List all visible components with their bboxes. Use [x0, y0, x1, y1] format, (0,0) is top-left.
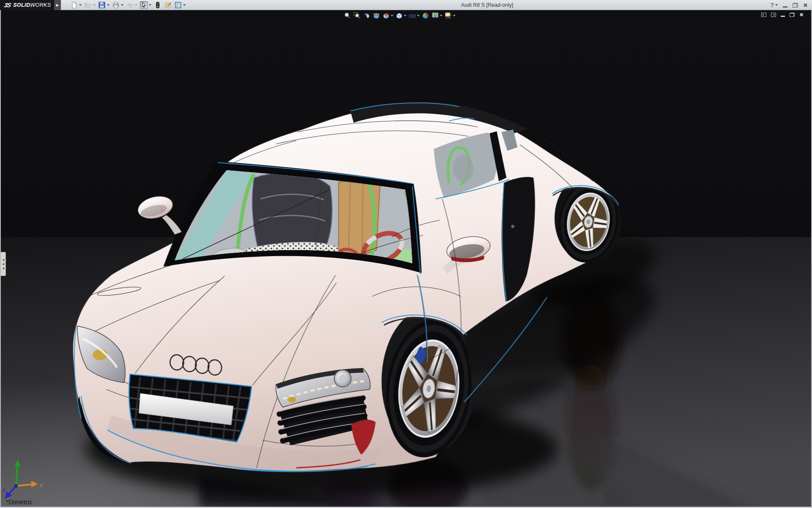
print-icon: [112, 1, 120, 9]
undo-dropdown[interactable]: [135, 4, 137, 6]
menu-expand-arrow[interactable]: ▶: [54, 0, 61, 10]
view-orientation-button[interactable]: [382, 12, 393, 19]
restore-button[interactable]: [793, 3, 798, 8]
display-style-button[interactable]: [395, 12, 406, 19]
select-cursor-icon: [140, 1, 148, 9]
view-orientation-icon: [382, 12, 390, 19]
window-title: Audi R8 S [Read-only]: [461, 2, 513, 8]
edit-appearance-icon: [422, 12, 429, 19]
interference-check-button[interactable]: [154, 1, 162, 9]
zoom-to-fit-button[interactable]: [343, 12, 351, 19]
solidworks-window: 3S SOLIDWORKS ▶: [0, 0, 812, 508]
new-document-button[interactable]: [70, 1, 82, 9]
z-axis-label: z: [2, 487, 5, 493]
feature-pane-toggle-icon[interactable]: [761, 13, 766, 17]
standard-toolbar: [70, 0, 188, 10]
collapse-arrow-icon: [3, 263, 4, 265]
view-orientation-label: *Dimetric: [6, 498, 33, 505]
y-axis-arrow: [14, 460, 21, 467]
document-close-button[interactable]: ✖: [799, 12, 804, 17]
close-button[interactable]: ✖: [803, 3, 808, 8]
document-minimize-button[interactable]: [781, 16, 785, 17]
model-viewport-scene[interactable]: [1, 10, 811, 507]
open-dropdown[interactable]: [93, 4, 96, 6]
previous-view-button[interactable]: [363, 12, 370, 19]
apply-scene-icon: [431, 12, 439, 19]
zoom-to-fit-icon: [343, 12, 351, 19]
hide-show-items-icon: [409, 12, 416, 19]
select-dropdown[interactable]: [149, 4, 151, 6]
options-button[interactable]: [174, 1, 186, 9]
titlebar: 3S SOLIDWORKS ▶: [0, 0, 812, 10]
x-axis-label: x: [39, 482, 43, 488]
save-button[interactable]: [98, 1, 110, 9]
open-document-button[interactable]: [84, 1, 96, 9]
undo-icon: [126, 1, 134, 9]
hide-show-items-button[interactable]: [409, 12, 420, 19]
graphics-viewport[interactable]: ✖ x z *Dimetric: [0, 10, 812, 507]
seat-through-window: [453, 155, 474, 182]
comment-button[interactable]: [164, 1, 172, 9]
hide-show-dropdown[interactable]: [417, 15, 420, 17]
display-pane-toggle-icon[interactable]: [771, 13, 776, 17]
edit-appearance-button[interactable]: [422, 12, 429, 19]
open-document-icon: [84, 1, 92, 9]
traffic-light-icon: [154, 1, 162, 9]
options-checklist-icon: [174, 1, 182, 9]
door-keyhole: [511, 225, 514, 228]
undo-button[interactable]: [126, 1, 137, 9]
help-button[interactable]: ?: [771, 2, 778, 8]
zoom-to-area-button[interactable]: [353, 12, 361, 19]
collapse-arrow-icon: [3, 267, 4, 270]
select-button[interactable]: [140, 1, 151, 9]
print-button[interactable]: [112, 1, 123, 9]
logo-3s-icon: 3S: [3, 2, 11, 8]
previous-view-icon: [363, 12, 370, 19]
options-dropdown[interactable]: [183, 4, 186, 6]
logo-light: WORKS: [30, 2, 51, 8]
window-controls: ? ✖: [771, 0, 808, 10]
help-dropdown[interactable]: [775, 4, 778, 6]
view-settings-button[interactable]: [444, 12, 455, 19]
feature-manager-collapsed-tab[interactable]: [1, 252, 6, 276]
view-settings-icon: [444, 12, 452, 19]
document-window-controls: ✖: [761, 12, 804, 17]
headsup-view-toolbar: [343, 11, 458, 20]
view-settings-dropdown[interactable]: [453, 15, 455, 17]
collapse-arrow-icon: [3, 259, 4, 261]
orientation-triad: x z: [2, 456, 46, 504]
section-view-icon: [373, 12, 380, 19]
logo-bold: SOLID: [13, 2, 30, 8]
logo-wordmark: SOLIDWORKS: [13, 2, 51, 8]
view-orientation-dropdown[interactable]: [391, 15, 393, 17]
section-view-button[interactable]: [373, 12, 380, 19]
new-document-icon: [70, 1, 78, 9]
display-style-icon: [395, 12, 403, 19]
save-icon: [98, 1, 106, 9]
display-style-dropdown[interactable]: [404, 15, 406, 17]
document-restore-button[interactable]: [790, 13, 795, 17]
print-dropdown[interactable]: [121, 4, 123, 6]
minimize-button[interactable]: [783, 6, 787, 8]
new-dropdown[interactable]: [79, 4, 82, 6]
solidworks-logo: 3S SOLIDWORKS: [0, 0, 54, 10]
apply-scene-dropdown[interactable]: [440, 15, 442, 17]
x-axis-arrow: [31, 481, 38, 487]
comment-icon: [164, 1, 172, 9]
zoom-to-area-icon: [353, 12, 361, 19]
apply-scene-button[interactable]: [431, 12, 442, 19]
save-dropdown[interactable]: [107, 4, 110, 6]
